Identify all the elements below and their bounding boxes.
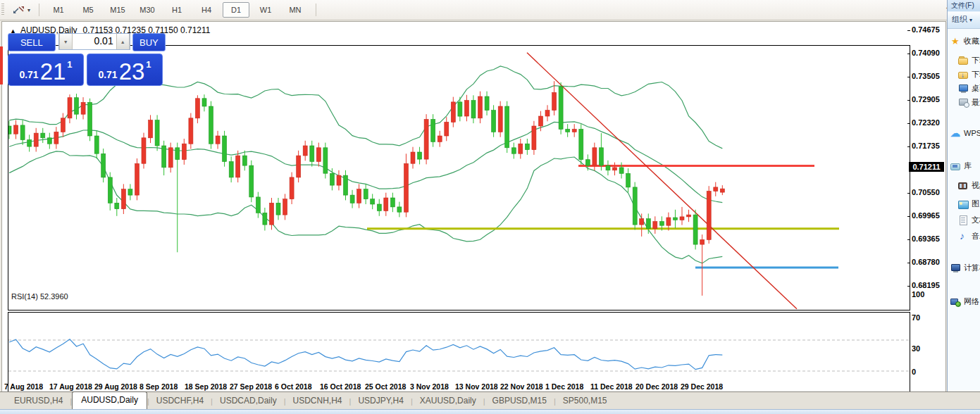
desktop-icon bbox=[958, 83, 969, 94]
tab-sp500-m15[interactable]: SP500,M15 bbox=[556, 393, 614, 409]
explorer-organize-button[interactable]: 组织 ▾ bbox=[948, 11, 980, 29]
date-label: 29 Dec 2018 bbox=[681, 382, 723, 391]
chevron-down-icon: ▾ bbox=[969, 17, 972, 23]
chevron-down-icon: ▾ bbox=[27, 7, 30, 13]
explorer-item-desktop[interactable]: 桌面 bbox=[948, 82, 980, 95]
folder-down-icon bbox=[958, 69, 969, 80]
date-label: 18 Sep 2018 bbox=[185, 382, 227, 391]
video-icon bbox=[958, 180, 969, 191]
tile-charts-icon bbox=[13, 5, 25, 15]
cloud-icon bbox=[950, 128, 962, 139]
explorer-file-menu[interactable]: 文件(F) bbox=[948, 0, 980, 11]
tf-button-w1[interactable]: W1 bbox=[252, 2, 279, 18]
explorer-item-label: 图片 bbox=[972, 199, 980, 209]
date-label: 6 Oct 2018 bbox=[275, 382, 312, 391]
volume-increase-button[interactable]: ▲ bbox=[116, 34, 130, 49]
explorer-item-label: 下载 bbox=[972, 55, 980, 65]
explorer-item-library[interactable]: 库 bbox=[948, 159, 980, 172]
tile-charts-button[interactable]: ▾ bbox=[10, 3, 33, 17]
tf-button-m5[interactable]: M5 bbox=[75, 2, 101, 18]
library-icon bbox=[950, 161, 962, 171]
clipped-edge-candle bbox=[0, 46, 3, 84]
price-tick: 0.68780 bbox=[912, 258, 940, 266]
tf-button-m30[interactable]: M30 bbox=[134, 2, 161, 18]
price-tick: 0.69965 bbox=[912, 211, 940, 220]
explorer-item-label: 视频 bbox=[972, 180, 980, 191]
date-label: 8 Sep 2018 bbox=[139, 382, 178, 391]
tab-xauusd-daily[interactable]: XAUUSD,Daily bbox=[413, 393, 483, 409]
tab-usdcad-daily[interactable]: USDCAD,Daily bbox=[213, 393, 284, 409]
picture-icon bbox=[958, 199, 969, 209]
price-tick: 0.73505 bbox=[912, 72, 940, 80]
explorer-item-computer[interactable]: 计算机 bbox=[948, 261, 980, 275]
date-label: 16 Oct 2018 bbox=[320, 382, 361, 391]
rsi-tick: 100 bbox=[912, 290, 924, 299]
explorer-item-cloud[interactable]: WPS网盘 bbox=[948, 127, 980, 140]
explorer-item-label: 网络 bbox=[964, 296, 979, 307]
price-tick: 0.69365 bbox=[912, 234, 940, 243]
rsi-tick: 70 bbox=[912, 313, 920, 322]
tab-usdchf-h4[interactable]: USDCHF,H4 bbox=[149, 393, 211, 409]
tf-button-h1[interactable]: H1 bbox=[163, 2, 190, 18]
date-label: 25 Oct 2018 bbox=[365, 382, 406, 391]
date-label: 27 Sep 2018 bbox=[230, 382, 272, 391]
sell-quote-button[interactable]: 0.71211 bbox=[8, 54, 84, 86]
tab-gbpusd-m15[interactable]: GBPUSD,M15 bbox=[485, 393, 554, 409]
tf-button-mn[interactable]: MN bbox=[282, 2, 309, 18]
tab-usdjpy-h4[interactable]: USDJPY,H4 bbox=[351, 393, 410, 409]
status-bar bbox=[0, 409, 980, 414]
date-label: 1 Dec 2018 bbox=[545, 382, 583, 391]
explorer-item-label: 桌面 bbox=[972, 83, 980, 94]
price-tick: 0.70550 bbox=[912, 188, 940, 196]
buy-quote-button[interactable]: 0.71231 bbox=[87, 54, 163, 86]
current-price-badge: 0.71211 bbox=[909, 162, 944, 172]
one-click-trading-panel: SELL ▼ 0.01 ▲ BUY 0.71211 0.71231 bbox=[8, 33, 166, 86]
price-tick: 0.72905 bbox=[912, 95, 940, 104]
sell-price-pips: 21 bbox=[40, 61, 66, 82]
buy-price-prefix: 0.71 bbox=[98, 69, 117, 80]
sell-price-prefix: 0.71 bbox=[19, 69, 38, 80]
document-icon bbox=[958, 215, 969, 225]
explorer-item-label: WPS网盘 bbox=[964, 128, 980, 139]
explorer-item-picture[interactable]: 图片 bbox=[948, 197, 980, 211]
explorer-item-folder-down[interactable]: 下载 bbox=[948, 68, 980, 81]
date-label: 22 Nov 2018 bbox=[500, 382, 543, 391]
date-label: 13 Nov 2018 bbox=[455, 382, 498, 391]
tf-button-m1[interactable]: M1 bbox=[45, 2, 72, 18]
tab-audusd-daily[interactable]: AUDUSD,Daily bbox=[72, 391, 147, 409]
sell-button[interactable]: SELL bbox=[8, 33, 56, 51]
volume-value[interactable]: 0.01 bbox=[73, 34, 116, 49]
explorer-item-label: 计算机 bbox=[964, 263, 980, 273]
rsi-tick: 30 bbox=[912, 344, 920, 353]
rsi-tick: 0 bbox=[912, 368, 916, 376]
tf-button-m15[interactable]: M15 bbox=[104, 2, 131, 18]
tab-eurusd-h4[interactable]: EURUSD,H4 bbox=[7, 393, 70, 409]
explorer-item-video[interactable]: 视频 bbox=[948, 179, 980, 192]
star-icon bbox=[950, 36, 962, 46]
explorer-item-document[interactable]: 文档 bbox=[948, 213, 980, 227]
explorer-item-music[interactable]: 音乐 bbox=[948, 230, 980, 243]
explorer-item-label: 库 bbox=[964, 161, 972, 171]
toolbar-separator-2 bbox=[316, 4, 316, 16]
price-tick: 0.68195 bbox=[912, 281, 940, 289]
date-label: 7 Aug 2018 bbox=[4, 382, 43, 391]
explorer-item-network[interactable]: 网络 bbox=[948, 295, 980, 308]
timeframe-toolbar: ▾ M1M5M15M30H1H4D1W1MN bbox=[0, 0, 980, 20]
computer-icon bbox=[950, 263, 962, 273]
date-label: 17 Aug 2018 bbox=[49, 382, 92, 391]
tab-usdcnh-h4[interactable]: USDCNH,H4 bbox=[286, 393, 349, 409]
tf-button-h4[interactable]: H4 bbox=[193, 2, 220, 18]
buy-button[interactable]: BUY bbox=[132, 33, 166, 51]
tf-button-d1[interactable]: D1 bbox=[223, 2, 249, 18]
explorer-item-star[interactable]: 收藏夹 bbox=[948, 34, 980, 48]
explorer-item-label: 收藏夹 bbox=[964, 36, 980, 46]
toolbar-grip[interactable] bbox=[1, 4, 4, 16]
explorer-item-recent[interactable]: 最近访问的位置 bbox=[948, 96, 980, 109]
volume-decrease-button[interactable]: ▼ bbox=[59, 34, 73, 49]
rsi-indicator-label: RSI(14) 52.3960 bbox=[11, 292, 68, 301]
explorer-item-label: 音乐 bbox=[972, 231, 980, 242]
explorer-item-label: 最近访问的位置 bbox=[972, 97, 980, 108]
explorer-item-folder[interactable]: 下载 bbox=[948, 54, 980, 67]
price-tick: 0.71735 bbox=[912, 142, 940, 150]
explorer-panel: 文件(F) 组织 ▾ 收藏夹下载下载桌面最近访问的位置WPS网盘库视频图片文档音… bbox=[947, 0, 980, 391]
